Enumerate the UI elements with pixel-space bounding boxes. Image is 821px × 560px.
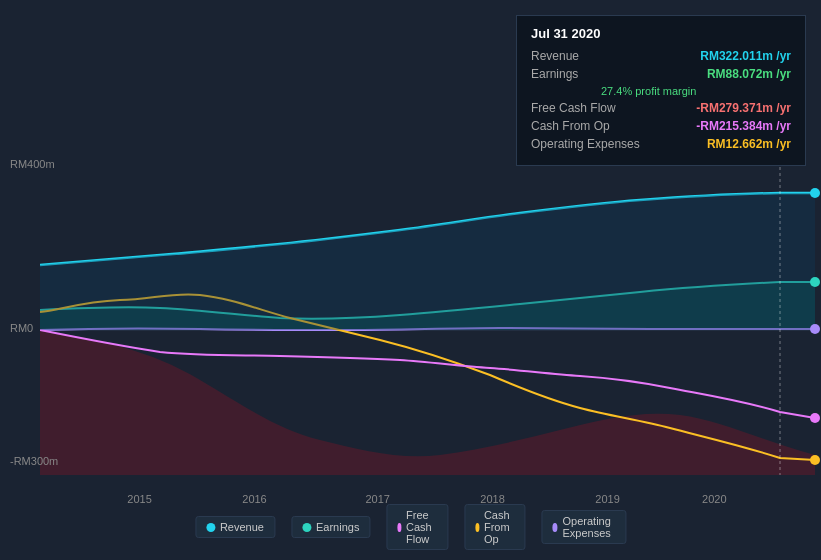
tooltip-label-opex: Operating Expenses [531, 137, 640, 151]
legend-dot-earnings [302, 523, 311, 532]
tooltip-row-fcf: Free Cash Flow -RM279.371m /yr [531, 101, 791, 115]
tooltip-value-cashfromop: -RM215.384m /yr [696, 119, 791, 133]
legend-fcf[interactable]: Free Cash Flow [386, 504, 448, 550]
svg-point-8 [810, 455, 820, 465]
legend-dot-revenue [206, 523, 215, 532]
data-tooltip: Jul 31 2020 Revenue RM322.011m /yr Earni… [516, 15, 806, 166]
tooltip-value-opex: RM12.662m /yr [707, 137, 791, 151]
legend-label-earnings: Earnings [316, 521, 359, 533]
svg-point-7 [810, 413, 820, 423]
svg-point-5 [810, 277, 820, 287]
legend-dot-opex [553, 523, 558, 532]
tooltip-label-earnings: Earnings [531, 67, 578, 81]
legend-cashfromop[interactable]: Cash From Op [464, 504, 526, 550]
y-label-400: RM400m [10, 158, 55, 170]
tooltip-profit-margin: 27.4% profit margin [601, 85, 791, 97]
tooltip-value-fcf: -RM279.371m /yr [696, 101, 791, 115]
x-label-2020: 2020 [702, 493, 726, 505]
tooltip-row-revenue: Revenue RM322.011m /yr [531, 49, 791, 63]
tooltip-value-earnings: RM88.072m /yr [707, 67, 791, 81]
svg-point-6 [810, 324, 820, 334]
legend-label-opex: Operating Expenses [563, 515, 616, 539]
tooltip-title: Jul 31 2020 [531, 26, 791, 41]
legend-dot-cashfromop [475, 523, 479, 532]
chart-legend: Revenue Earnings Free Cash Flow Cash Fro… [195, 504, 626, 550]
svg-point-4 [810, 188, 820, 198]
legend-dot-fcf [397, 523, 401, 532]
legend-earnings[interactable]: Earnings [291, 516, 370, 538]
tooltip-row-cashfromop: Cash From Op -RM215.384m /yr [531, 119, 791, 133]
legend-label-fcf: Free Cash Flow [406, 509, 437, 545]
y-label-neg300: -RM300m [10, 455, 58, 467]
tooltip-row-earnings: Earnings RM88.072m /yr [531, 67, 791, 81]
tooltip-label-revenue: Revenue [531, 49, 579, 63]
tooltip-label-cashfromop: Cash From Op [531, 119, 610, 133]
tooltip-value-revenue: RM322.011m /yr [700, 49, 791, 63]
tooltip-label-fcf: Free Cash Flow [531, 101, 616, 115]
y-label-0: RM0 [10, 322, 33, 334]
chart-container: RM400m RM0 -RM300m 2015 2016 2017 2018 2… [0, 0, 821, 560]
legend-label-cashfromop: Cash From Op [484, 509, 515, 545]
legend-label-revenue: Revenue [220, 521, 264, 533]
legend-opex[interactable]: Operating Expenses [542, 510, 626, 544]
legend-revenue[interactable]: Revenue [195, 516, 275, 538]
tooltip-row-opex: Operating Expenses RM12.662m /yr [531, 137, 791, 151]
x-label-2015: 2015 [127, 493, 151, 505]
